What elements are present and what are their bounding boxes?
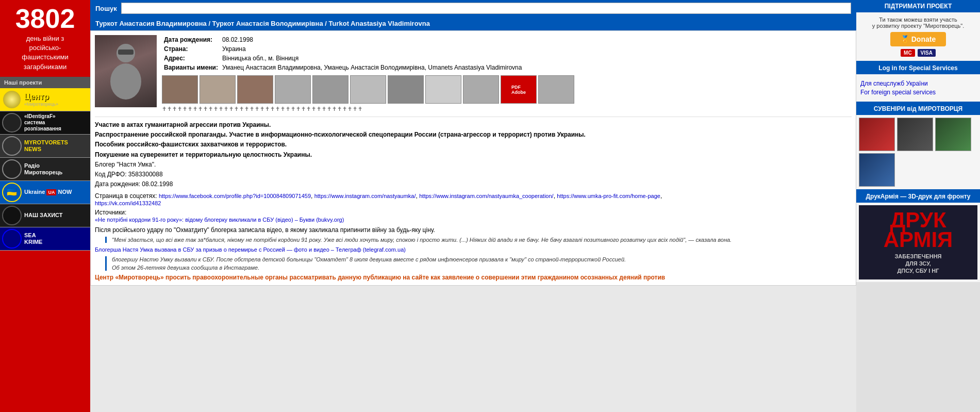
radio-icon: [2, 159, 22, 179]
symbol-row: ✝✝✝✝✝✝✝✝✝✝✝✝✝✝✝✝✝✝✝✝✝✝✝✝✝✝✝✝✝✝✝✝✝✝✝✝✝✝✝: [162, 106, 852, 112]
sidebar-item-sea[interactable]: SEAKRIME: [0, 227, 90, 251]
profile-photo: [95, 35, 157, 107]
support-text: Ти також можеш взяти участьу розвитку пр…: [860, 17, 976, 29]
sidebar-item-center[interactable]: Центр «Миротворець»: [0, 88, 90, 111]
support-header: ПІДТРИМАТИ ПРОЕКТ: [856, 0, 980, 12]
donate-button[interactable]: 🏅 Donate: [890, 32, 946, 46]
war-counter: 3802 день війни зросійсько-фашистськимиз…: [13, 0, 78, 77]
source-link-2[interactable]: Блогерша Настя Умка вызвана в СБУ за при…: [95, 246, 406, 253]
gallery-thumb-10[interactable]: PDFAdobe: [501, 75, 537, 104]
ident-label: «IDentigraF»системарозпізнавання: [24, 113, 61, 132]
druk-title: ДРУКАРМІЯ: [864, 210, 972, 250]
desc-blogger: Блогер "Настя Умка".: [95, 160, 852, 170]
gallery-thumb-8[interactable]: [425, 75, 461, 104]
left-sidebar: 3802 день війни зросійсько-фашистськимиз…: [0, 0, 90, 412]
news-icon: [2, 136, 22, 156]
ident-icon: [2, 113, 22, 133]
druk-subtitle: ЗАБЕЗПЕЧЕННЯДЛЯ ЗСУ,ДПСУ, СБУ І НГ: [864, 253, 972, 275]
support-section: Ти також можеш взяти участьу розвитку пр…: [856, 12, 980, 62]
desc-line-4: Покушение на суверенитет и территориальн…: [95, 150, 852, 160]
sidebar-item-ukraine[interactable]: 🇺🇦 Ukraine UA NOW: [0, 181, 90, 204]
photo-gallery: PDFAdobe: [162, 75, 852, 104]
gallery-thumb-2[interactable]: [200, 75, 236, 104]
profile-top: Дата рождения: 08.02.1998 Страна: Украин…: [95, 35, 852, 114]
radio-label: РадіоМиротворець: [24, 162, 62, 176]
source-link2-section: Блогерша Настя Умка вызвана в СБУ за при…: [95, 246, 852, 253]
social-link-5[interactable]: https://vk.com/id41332482: [95, 200, 161, 206]
druk-header: ДрукАрмія — 3D-друк для фронту: [856, 190, 980, 203]
center-label: Центр: [24, 92, 58, 102]
special-services-section: Для спецслужб України For foreign specia…: [856, 74, 980, 103]
war-number: 3802: [15, 5, 75, 32]
aliases-label: Варианты имени:: [162, 63, 220, 72]
souvenirs-section: [856, 115, 980, 190]
sidebar-item-radio[interactable]: РадіоМиротворець: [0, 158, 90, 181]
svg-rect-2: [118, 50, 134, 55]
gallery-thumb-3[interactable]: [237, 75, 273, 104]
mastercard-icon: MC: [901, 49, 915, 57]
sources-label: Источники:: [95, 209, 126, 216]
country-value: Украина: [220, 44, 524, 54]
country-label: Страна:: [162, 44, 220, 54]
dob-value: 08.02.1998: [220, 35, 524, 44]
gallery-thumb-7[interactable]: [388, 75, 424, 104]
blockquote-2: блогершу Настю Умку вызвали к СБУ. После…: [105, 256, 852, 271]
desc-line-3: Пособник российско-фашистских захватчико…: [95, 140, 852, 150]
search-bar: Пошук: [90, 0, 856, 17]
foreign-services-link[interactable]: For foreign special services: [860, 89, 976, 96]
blockquote-2-line1: блогершу Настю Умку вызвали к СБУ. После…: [112, 256, 852, 262]
souvenir-1[interactable]: [859, 118, 895, 151]
sidebar-item-ident[interactable]: «IDentigraF»системарозпізнавання: [0, 111, 90, 135]
center-sublabel: «Миротворець»: [24, 102, 58, 107]
gallery-thumb-11[interactable]: [538, 75, 574, 104]
blockquote-1: "Мені здається, що всі вже так за*балися…: [105, 237, 852, 243]
search-input[interactable]: [121, 3, 851, 14]
social-link-4[interactable]: https://www.umka-pro-fit.com/home-page: [557, 193, 660, 199]
souvenir-4[interactable]: [859, 153, 895, 187]
profile-header: Туркот Анастасия Владимировна / Туркот А…: [90, 17, 856, 30]
visa-icon: VISA: [918, 49, 936, 57]
souvenir-2[interactable]: [897, 118, 933, 151]
gallery-thumb-6[interactable]: [350, 75, 386, 104]
gallery-thumb-4[interactable]: [275, 75, 311, 104]
our-projects-label: Наші проекти: [0, 77, 90, 88]
nasz-label: НАШ ЗАХИСТ: [24, 212, 62, 219]
sidebar-item-nasz[interactable]: НАШ ЗАХИСТ: [0, 204, 90, 227]
sources-section: Источники: «Не потрібні кордони 91-го ро…: [95, 209, 852, 223]
social-link-1[interactable]: https://www.facebook.com/profile.php?id=…: [159, 193, 311, 199]
ukraine-services-link[interactable]: Для спецслужб України: [860, 80, 976, 87]
profile-info: Дата рождения: 08.02.1998 Страна: Украин…: [162, 35, 852, 114]
souvenir-3[interactable]: [935, 118, 971, 151]
ukraine-label: Ukraine UA NOW: [24, 189, 72, 195]
desc-code: Код ДРФО: 3583300088: [95, 170, 852, 179]
aliases-value: Уманец Анастасия Владимировна, Уманець А…: [220, 63, 524, 72]
payment-icons: MC VISA: [860, 49, 976, 57]
main-content: Пошук Туркот Анастасия Владимировна / Ту…: [90, 0, 856, 412]
address-label: Адрес:: [162, 54, 220, 63]
social-link-2[interactable]: https://www.instagram.com/nastyaumka/: [314, 193, 416, 199]
profile-description: Участие в актах гуманитарной агрессии пр…: [95, 117, 852, 281]
social-link-3[interactable]: https://www.instagram.com/nastyaumka_coo…: [419, 193, 553, 199]
quote1-text: Після російського удару по "Охматдиту" б…: [95, 226, 852, 234]
sidebar-item-news[interactable]: MYROTVORETSNEWS: [0, 135, 90, 158]
search-label: Пошук: [95, 5, 117, 12]
nasz-icon: [2, 206, 22, 225]
gallery-thumb-1[interactable]: [162, 75, 198, 104]
footer-orange: Центр «Миротворець» просить правоохорони…: [95, 274, 852, 281]
gallery-thumb-9[interactable]: [463, 75, 499, 104]
source-link-1[interactable]: «Не потрібні кордони 91-го року»: відому…: [95, 217, 344, 223]
sea-label: SEAKRIME: [24, 232, 42, 245]
druk-section: ДРУКАРМІЯ ЗАБЕЗПЕЧЕННЯДЛЯ ЗСУ,ДПСУ, СБУ …: [856, 203, 980, 282]
war-text: день війни зросійсько-фашистськимизагарб…: [15, 34, 75, 72]
gallery-thumb-5[interactable]: [312, 75, 348, 104]
profile-photo-img: [95, 35, 157, 107]
souvenirs-header: СУВЕНІРИ від МИРОТВОРЦЯ: [856, 103, 980, 115]
blockquote-2-line2: Об этом 26-летняя девушка сообщила в Инс…: [112, 265, 852, 271]
druk-banner[interactable]: ДРУКАРМІЯ ЗАБЕЗПЕЧЕННЯДЛЯ ЗСУ,ДПСУ, СБУ …: [859, 205, 977, 279]
svg-point-1: [110, 63, 141, 100]
person-silhouette: [105, 40, 146, 102]
social-label: Страница в соцсетях:: [95, 192, 159, 200]
desc-dob2: Дата рождения: 08.02.1998: [95, 179, 852, 189]
dob-label: Дата рождения:: [162, 35, 220, 44]
address-value: Вінницька обл., м. Вінниця: [220, 54, 524, 63]
